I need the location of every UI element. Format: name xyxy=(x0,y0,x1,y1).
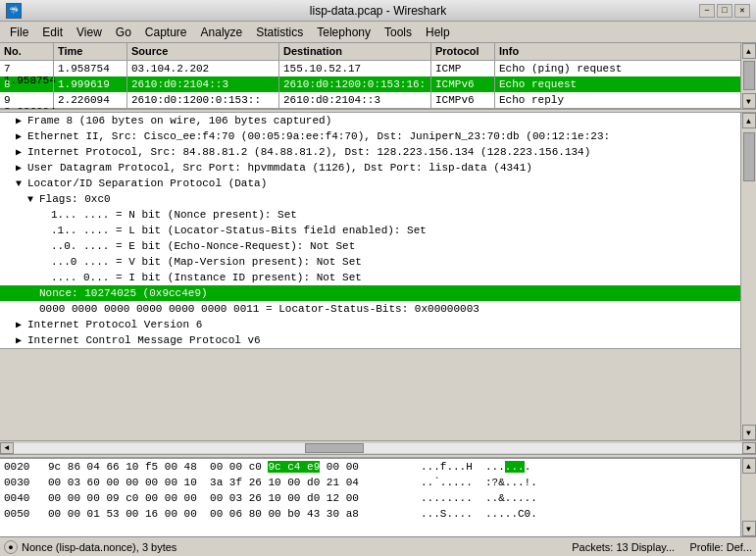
detail-pane: Frame 8 (106 bytes on wire, 106 bytes ca… xyxy=(0,113,740,349)
title-bar-title: lisp-data.pcap - Wireshark xyxy=(310,4,446,18)
status-left: ● Nonce (lisp-data.nonce), 3 bytes xyxy=(4,540,176,554)
packet-row-9[interactable]: 9 2.226094 2.226094 2610:d0:1200:0:153::… xyxy=(0,92,740,108)
expand-flags-icon[interactable] xyxy=(27,194,39,205)
packet-row-7[interactable]: 7 1.958754 1.958754 03.104.2.202 155.10.… xyxy=(0,61,740,76)
detail-ip[interactable]: Internet Protocol, Src: 84.88.81.2 (84.8… xyxy=(0,144,740,160)
menu-capture[interactable]: Capture xyxy=(139,24,193,41)
detail-scroll-down[interactable]: ▼ xyxy=(742,425,756,440)
detail-scroll-thumb[interactable] xyxy=(743,132,755,181)
hex-row-0020[interactable]: 0020 9c 86 04 66 10 f5 00 48 00 00 c0 9c… xyxy=(0,459,740,475)
hex-pane: 0020 9c 86 04 66 10 f5 00 48 00 00 c0 9c… xyxy=(0,458,740,546)
hscroll-left[interactable]: ◄ xyxy=(0,442,14,454)
packet-list-pane: No. Time Source Destination Protocol Inf… xyxy=(0,43,756,109)
profile-info: Profile: Def... xyxy=(689,541,752,553)
col-header-no: No. xyxy=(0,43,54,60)
scroll-up-btn[interactable]: ▲ xyxy=(742,43,756,59)
detail-scroll-up[interactable]: ▲ xyxy=(742,113,756,128)
detail-hscroll[interactable]: ◄ ► xyxy=(0,440,756,454)
detail-icmpv6[interactable]: Internet Control Message Protocol v6 xyxy=(0,332,740,348)
col-header-proto: Protocol xyxy=(431,43,495,60)
hex-scroll-down[interactable]: ▼ xyxy=(742,521,756,536)
expand-icmpv6-icon[interactable] xyxy=(16,334,27,346)
packet-list-header: No. Time Source Destination Protocol Inf… xyxy=(0,43,740,61)
menu-edit[interactable]: Edit xyxy=(36,24,69,41)
col-header-time: Time xyxy=(54,43,127,60)
hex-scrollbar[interactable]: ▲ ▼ xyxy=(740,458,756,536)
packet-row-8[interactable]: 8 1.999619 1.999619 2610:d0:2104::3 2610… xyxy=(0,76,740,92)
packet-list-scrollbar[interactable]: ▲ ▼ xyxy=(740,43,756,109)
hscroll-thumb[interactable] xyxy=(305,443,364,453)
detail-ibit[interactable]: .... 0... = I bit (Instance ID present):… xyxy=(0,270,740,285)
packet-list: No. Time Source Destination Protocol Inf… xyxy=(0,43,740,109)
expand-udp-icon[interactable] xyxy=(16,162,27,174)
title-bar-left: 🦈 xyxy=(6,3,22,19)
menu-tools[interactable]: Tools xyxy=(378,24,418,41)
col-header-dest: Destination xyxy=(279,43,431,60)
menu-help[interactable]: Help xyxy=(420,24,456,41)
detail-scrollbar[interactable]: ▲ ▼ xyxy=(740,113,756,440)
status-icon: ● xyxy=(4,540,18,554)
menu-telephony[interactable]: Telephony xyxy=(311,24,377,41)
status-bar: ● Nonce (lisp-data.nonce), 3 bytes Packe… xyxy=(0,536,756,556)
detail-nonce[interactable]: Nonce: 10274025 (0x9cc4e9) xyxy=(0,285,740,301)
detail-lbit[interactable]: .1.. .... = L bit (Locator-Status-Bits f… xyxy=(0,223,740,238)
maximize-button[interactable]: □ xyxy=(717,4,732,18)
detail-nbit[interactable]: 1... .... = N bit (Nonce present): Set xyxy=(0,207,740,223)
scroll-down-btn[interactable]: ▼ xyxy=(742,93,756,109)
title-bar: 🦈 lisp-data.pcap - Wireshark − □ ✕ xyxy=(0,0,756,22)
col-header-info: Info xyxy=(495,43,740,60)
menu-file[interactable]: File xyxy=(4,24,34,41)
close-button[interactable]: ✕ xyxy=(734,4,750,18)
detail-ebit[interactable]: ..0. .... = E bit (Echo-Nonce-Request): … xyxy=(0,238,740,254)
hscroll-track[interactable] xyxy=(14,443,742,453)
expand-ethernet-icon[interactable] xyxy=(16,130,27,142)
packet-count: Packets: 13 Display... xyxy=(572,541,675,553)
menu-statistics[interactable]: Statistics xyxy=(250,24,309,41)
expand-lisp-icon[interactable] xyxy=(16,178,27,189)
detail-ipv6[interactable]: Internet Protocol Version 6 xyxy=(0,317,740,332)
detail-ethernet[interactable]: Ethernet II, Src: Cisco_ee:f4:70 (00:05:… xyxy=(0,128,740,144)
status-message: Nonce (lisp-data.nonce), 3 bytes xyxy=(22,541,176,553)
hex-row-0040[interactable]: 0040 00 00 00 09 c0 00 00 00 00 03 26 10… xyxy=(0,490,740,506)
detail-udp[interactable]: User Datagram Protocol, Src Port: hpvmmd… xyxy=(0,160,740,176)
app-icon: 🦈 xyxy=(6,3,22,19)
hex-row-0050[interactable]: 0050 00 00 01 53 00 16 00 00 00 06 80 00… xyxy=(0,506,740,522)
menu-analyze[interactable]: Analyze xyxy=(195,24,249,41)
expand-ip-icon[interactable] xyxy=(16,146,27,158)
col-header-source: Source xyxy=(127,43,279,60)
scroll-thumb[interactable] xyxy=(743,61,755,90)
menu-bar: File Edit View Go Capture Analyze Statis… xyxy=(0,22,756,43)
hscroll-right[interactable]: ► xyxy=(742,442,756,454)
expand-ipv6-icon[interactable] xyxy=(16,319,27,330)
menu-view[interactable]: View xyxy=(71,24,108,41)
packet-list-content: No. Time Source Destination Protocol Inf… xyxy=(0,43,740,109)
status-right: Packets: 13 Display... Profile: Def... xyxy=(572,541,752,553)
detail-flags[interactable]: Flags: 0xc0 xyxy=(0,191,740,207)
detail-frame[interactable]: Frame 8 (106 bytes on wire, 106 bytes ca… xyxy=(0,113,740,128)
detail-lsb[interactable]: 0000 0000 0000 0000 0000 0000 0011 = Loc… xyxy=(0,301,740,317)
detail-lisp[interactable]: Locator/ID Separation Protocol (Data) xyxy=(0,176,740,191)
expand-frame-icon[interactable] xyxy=(16,115,27,126)
detail-pane-content: Frame 8 (106 bytes on wire, 106 bytes ca… xyxy=(0,113,740,440)
detail-pane-wrapper: Frame 8 (106 bytes on wire, 106 bytes ca… xyxy=(0,113,756,440)
menu-go[interactable]: Go xyxy=(110,24,137,41)
hex-row-0030[interactable]: 0030 00 03 60 00 00 00 00 10 3a 3f 26 10… xyxy=(0,475,740,490)
hex-pane-wrapper: 0020 9c 86 04 66 10 f5 00 48 00 00 c0 9c… xyxy=(0,458,756,536)
minimize-button[interactable]: − xyxy=(699,4,715,18)
title-bar-buttons: − □ ✕ xyxy=(699,4,750,18)
hex-scroll-up[interactable]: ▲ xyxy=(742,458,756,474)
detail-vbit[interactable]: ...0 .... = V bit (Map-Version present):… xyxy=(0,254,740,270)
